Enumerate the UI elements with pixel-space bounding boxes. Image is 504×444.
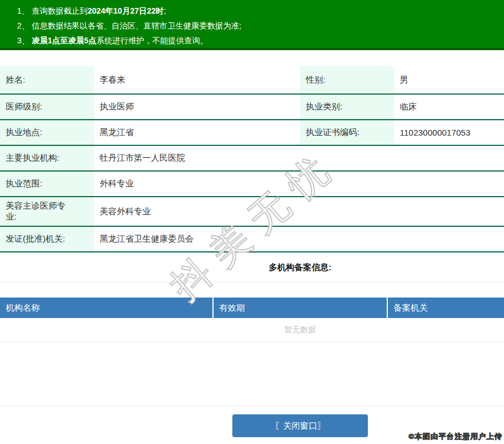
- registration-table: 机构名称 有效期 备案机关 暂无数据: [0, 298, 504, 342]
- profile-row-name-gender: 姓名: 李春来 性别: 男: [0, 66, 504, 95]
- registration-table-header: 机构名称 有效期 备案机关: [0, 298, 504, 318]
- name-label: 姓名:: [0, 66, 94, 93]
- column-header-institution-name: 机构名称: [0, 298, 214, 318]
- certificate-number-value: 110230000017053: [394, 120, 504, 145]
- profile-row-main-institution: 主要执业机构: 牡丹江市第一人民医院: [0, 146, 504, 172]
- doctor-level-value: 执业医师: [94, 95, 300, 119]
- notice-banner: 1、 查询数据截止到2024年10月27日22时; 2、 信息数据结果以各省、自…: [0, 0, 504, 50]
- practice-location-label: 执业地点:: [0, 120, 94, 145]
- main-institution-label: 主要执业机构:: [0, 146, 94, 170]
- profile-row-level-category: 医师级别: 执业医师 执业类别: 临床: [0, 95, 504, 120]
- copyright-overlay: ©本图由平台注册用户上传: [408, 431, 502, 442]
- column-header-record-authority: 备案机关: [388, 298, 504, 318]
- table-empty-placeholder: 暂无数据: [0, 318, 504, 342]
- issuing-authority-value: 黑龙江省卫生健康委员会: [94, 227, 504, 251]
- cosmetic-specialty-value: 美容外科专业: [94, 197, 504, 226]
- notice-line-3: 3、 凌晨1点至凌晨5点系统进行维护，不能提供查询。: [17, 33, 504, 48]
- close-window-button[interactable]: 〖关闭窗口〗: [232, 414, 368, 437]
- multi-institution-section-title: 多机构备案信息:: [0, 252, 504, 283]
- notice-line-1: 1、 查询数据截止到2024年10月27日22时;: [17, 3, 504, 18]
- cosmetic-specialty-label: 美容主诊医师专业:: [0, 197, 94, 226]
- gender-label: 性别:: [300, 66, 394, 93]
- page: 1、 查询数据截止到2024年10月27日22时; 2、 信息数据结果以各省、自…: [0, 0, 504, 437]
- column-header-validity-period: 有效期: [214, 298, 388, 318]
- practice-location-value: 黑龙江省: [94, 120, 300, 145]
- doctor-level-label: 医师级别:: [0, 95, 94, 119]
- notice-line-2: 2、 信息数据结果以各省、自治区、直辖市卫生健康委数据为准;: [17, 18, 504, 33]
- practice-scope-value: 外科专业: [94, 172, 504, 196]
- main-institution-value: 牡丹江市第一人民医院: [94, 146, 504, 170]
- practice-scope-label: 执业范围:: [0, 172, 94, 196]
- profile-row-location-certno: 执业地点: 黑龙江省 执业证书编码: 110230000017053: [0, 120, 504, 146]
- profile-row-issuing-authority: 发证(批准)机关: 黑龙江省卫生健康委员会: [0, 227, 504, 252]
- profile-row-cosmetic-specialty: 美容主诊医师专业: 美容外科专业: [0, 197, 504, 227]
- issuing-authority-label: 发证(批准)机关:: [0, 227, 94, 251]
- certificate-number-label: 执业证书编码:: [300, 120, 394, 145]
- profile-row-practice-scope: 执业范围: 外科专业: [0, 172, 504, 197]
- practice-category-value: 临床: [394, 95, 504, 119]
- gender-value: 男: [394, 66, 504, 93]
- practitioner-profile-table: 姓名: 李春来 性别: 男 医师级别: 执业医师 执业类别: 临床 执业地点: …: [0, 66, 504, 252]
- practice-category-label: 执业类别:: [300, 95, 394, 119]
- name-value: 李春来: [94, 66, 300, 93]
